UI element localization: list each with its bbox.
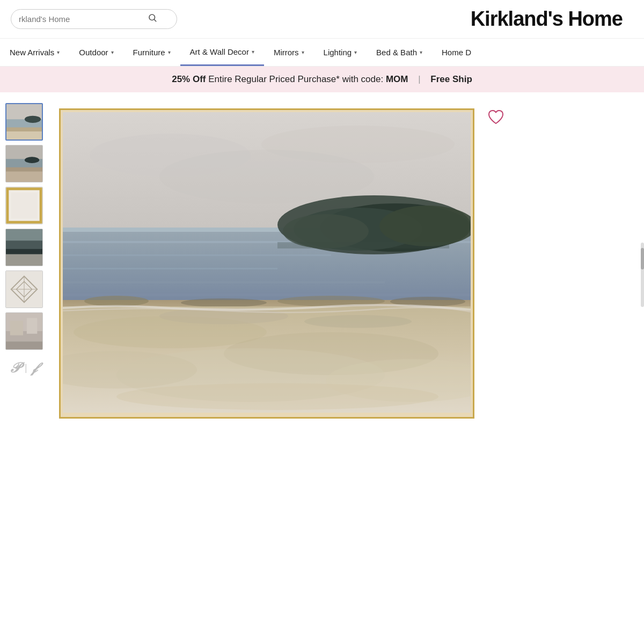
svg-point-35 xyxy=(159,150,374,203)
search-input[interactable] xyxy=(19,14,148,24)
pinterest-icon[interactable]: 𝒫 xyxy=(10,360,19,376)
product-info-panel xyxy=(526,103,644,419)
svg-rect-29 xyxy=(10,321,23,335)
nav-item-home-d[interactable]: Home D xyxy=(432,39,481,66)
svg-point-61 xyxy=(304,315,412,328)
chevron-down-icon: ▾ xyxy=(420,49,422,55)
svg-rect-21 xyxy=(6,254,42,266)
svg-rect-39 xyxy=(63,254,331,256)
wishlist-button[interactable] xyxy=(487,108,504,128)
chevron-down-icon: ▾ xyxy=(252,49,254,55)
social-divider: | xyxy=(25,362,27,374)
nav-label-lighting: Lighting xyxy=(324,48,352,57)
product-area: 𝒫 | 𝒻 xyxy=(0,92,644,419)
main-image-wrap xyxy=(48,103,526,419)
svg-rect-41 xyxy=(63,281,385,283)
search-icon[interactable] xyxy=(148,13,157,25)
svg-point-13 xyxy=(25,157,39,163)
nav-item-lighting[interactable]: Lighting ▾ xyxy=(314,39,367,66)
nav-label-furniture: Furniture xyxy=(133,48,165,57)
promo-divider: | xyxy=(415,74,423,84)
nav-label-art-wall-decor: Art & Wall Decor xyxy=(190,47,249,56)
chevron-down-icon: ▾ xyxy=(111,49,114,55)
facebook-icon[interactable]: 𝒻 xyxy=(33,360,37,376)
chevron-down-icon: ▾ xyxy=(57,49,60,55)
main-painting xyxy=(63,112,471,413)
svg-point-62 xyxy=(116,383,438,410)
search-bar xyxy=(11,9,177,29)
chevron-down-icon: ▾ xyxy=(354,49,357,55)
svg-rect-19 xyxy=(6,240,42,250)
nav-item-arrivals[interactable]: New Arrivals ▾ xyxy=(0,39,69,66)
nav-bar: New Arrivals ▾ Outdoor ▾ Furniture ▾ Art… xyxy=(0,39,644,67)
thumbnail-column: 𝒫 | 𝒻 xyxy=(0,103,48,419)
main-painting-frame xyxy=(59,108,474,419)
scrollbar-thumb xyxy=(641,248,644,269)
thumbnail-3[interactable] xyxy=(5,187,43,224)
svg-rect-53 xyxy=(277,242,449,248)
svg-point-44 xyxy=(84,296,149,306)
svg-line-1 xyxy=(154,19,156,21)
nav-item-bed-bath[interactable]: Bed & Bath ▾ xyxy=(367,39,432,66)
promo-discount: 25% Off xyxy=(172,74,206,84)
thumbnail-list xyxy=(0,103,48,350)
svg-rect-40 xyxy=(63,268,277,269)
thumbnail-4[interactable] xyxy=(5,229,43,266)
svg-rect-12 xyxy=(6,172,42,182)
nav-label-outdoor: Outdoor xyxy=(79,48,108,57)
nav-label-home-d: Home D xyxy=(442,48,471,57)
svg-rect-18 xyxy=(6,229,42,242)
nav-item-mirrors[interactable]: Mirrors ▾ xyxy=(264,39,314,66)
nav-item-outdoor[interactable]: Outdoor ▾ xyxy=(69,39,123,66)
nav-item-art-wall-decor[interactable]: Art & Wall Decor ▾ xyxy=(180,39,264,66)
promo-text: Entire Regular Priced Purchase* with cod… xyxy=(206,74,385,84)
header: Kirkland's Home xyxy=(0,0,644,39)
site-title: Kirkland's Home xyxy=(471,8,633,31)
scrollbar[interactable] xyxy=(641,243,644,307)
chevron-down-icon: ▾ xyxy=(168,49,171,55)
svg-point-45 xyxy=(181,298,267,307)
thumbnail-1[interactable] xyxy=(5,103,43,141)
nav-label-arrivals: New Arrivals xyxy=(10,48,54,57)
svg-rect-30 xyxy=(27,318,37,334)
thumbnail-5[interactable] xyxy=(5,270,43,308)
svg-rect-16 xyxy=(11,193,38,219)
svg-point-7 xyxy=(25,116,41,123)
promo-free-ship: Free Ship xyxy=(430,74,472,84)
chevron-down-icon: ▾ xyxy=(302,49,304,55)
nav-label-bed-bath: Bed & Bath xyxy=(376,48,417,57)
svg-rect-6 xyxy=(6,131,42,140)
promo-banner: 25% Off Entire Regular Priced Purchase* … xyxy=(0,67,644,92)
thumbnail-2[interactable] xyxy=(5,145,43,182)
nav-item-furniture[interactable]: Furniture ▾ xyxy=(123,39,180,66)
svg-rect-31 xyxy=(6,341,42,349)
thumbnail-6[interactable] xyxy=(5,312,43,350)
nav-label-mirrors: Mirrors xyxy=(274,48,299,57)
social-icons: 𝒫 | 𝒻 xyxy=(0,350,48,376)
svg-rect-42 xyxy=(63,294,471,296)
promo-code: MOM xyxy=(386,74,408,84)
